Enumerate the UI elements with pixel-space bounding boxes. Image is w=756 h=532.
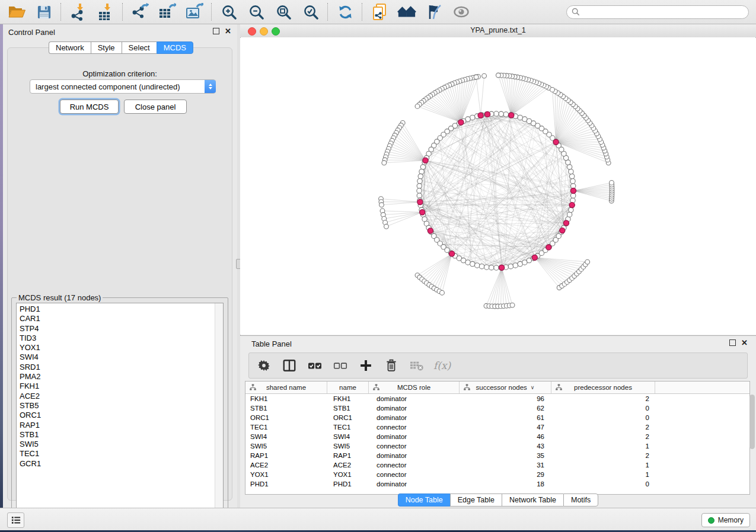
table-row[interactable]: YOX1YOX1connector291 bbox=[245, 470, 749, 479]
tab-style[interactable]: Style bbox=[91, 41, 122, 54]
table-row[interactable]: SWI5SWI5connector431 bbox=[245, 441, 749, 451]
mcds-result-item[interactable]: FKH1 bbox=[20, 382, 223, 391]
mcds-result-item[interactable]: ACE2 bbox=[20, 392, 223, 401]
optimization-criterion-select[interactable]: largest connected component (undirected) bbox=[30, 79, 216, 94]
refresh-button[interactable] bbox=[336, 2, 355, 21]
hide-annotations-button[interactable] bbox=[425, 2, 444, 21]
export-network-icon bbox=[131, 3, 149, 21]
column-header-successor_nodes[interactable]: successor nodes∨ bbox=[460, 382, 551, 393]
column-label: name bbox=[339, 384, 356, 391]
import-table-button[interactable] bbox=[96, 2, 115, 21]
mcds-result-item[interactable]: SWI5 bbox=[20, 440, 223, 449]
save-session-button[interactable] bbox=[34, 2, 53, 21]
close-panel-icon[interactable]: ✕ bbox=[741, 339, 748, 346]
table-row[interactable]: PHD1PHD1dominator180 bbox=[245, 479, 749, 489]
open-session-icon bbox=[8, 4, 26, 20]
open-session-button[interactable] bbox=[7, 2, 26, 21]
mcds-result-item[interactable]: STB1 bbox=[20, 430, 223, 440]
mcds-result-item[interactable]: SRD1 bbox=[20, 363, 223, 372]
float-panel-icon[interactable] bbox=[213, 28, 219, 34]
close-panel-icon[interactable]: ✕ bbox=[225, 28, 231, 34]
mcds-result-item[interactable]: GCR1 bbox=[20, 459, 223, 469]
table-row[interactable]: RAP1RAP1dominator352 bbox=[245, 451, 749, 460]
delete-button[interactable] bbox=[384, 358, 399, 373]
table-row[interactable]: SWI4SWI4dominator462 bbox=[245, 432, 749, 441]
table-panel-title: Table Panel bbox=[251, 339, 292, 348]
table-scrollbar-thumb[interactable] bbox=[749, 395, 755, 449]
run-mcds-button[interactable]: Run MCDS bbox=[60, 100, 119, 114]
node-table[interactable]: shared namenameMCDS rolesuccessor nodes∨… bbox=[245, 381, 750, 495]
select-all-icon bbox=[307, 359, 323, 372]
tab-motifs[interactable]: Motifs bbox=[563, 493, 598, 507]
column-label: shared name bbox=[266, 384, 306, 391]
network-from-file-button[interactable] bbox=[370, 2, 389, 21]
gear-button[interactable] bbox=[256, 358, 272, 373]
columns-button[interactable] bbox=[282, 358, 297, 373]
memory-button[interactable]: Memory bbox=[701, 513, 750, 527]
add-button[interactable] bbox=[358, 358, 374, 373]
home-button[interactable] bbox=[397, 2, 416, 21]
mcds-result-list[interactable]: PHD1CAR1STP4TID3YOX1SWI4SRD1PMA2FKH1ACE2… bbox=[16, 303, 224, 512]
table-delete-button[interactable] bbox=[409, 358, 425, 373]
control-panel: Control Panel ✕ NetworkStyleSelectMCDS O… bbox=[3, 24, 238, 508]
table-row[interactable]: ACE2ACE2connector311 bbox=[245, 460, 749, 470]
mcds-result-item[interactable]: STP4 bbox=[20, 324, 223, 334]
import-network-icon bbox=[70, 3, 87, 21]
export-table-button[interactable] bbox=[158, 2, 177, 21]
tab-edge-table[interactable]: Edge Table bbox=[450, 493, 502, 507]
column-header-predecessor_nodes[interactable]: predecessor nodes bbox=[551, 382, 655, 393]
network-window-titlebar[interactable]: YPA_prune.txt_1 bbox=[240, 24, 756, 38]
table-row[interactable]: ORC1ORC1dominator610 bbox=[245, 413, 749, 422]
column-label: successor nodes bbox=[476, 384, 527, 391]
tab-node-table[interactable]: Node Table bbox=[398, 493, 450, 507]
select-all-button[interactable] bbox=[307, 358, 323, 373]
mcds-result-item[interactable]: ORC1 bbox=[20, 411, 223, 420]
mcds-result-item[interactable]: YOX1 bbox=[20, 343, 223, 352]
close-panel-button[interactable]: Close panel bbox=[124, 100, 187, 114]
tab-mcds[interactable]: MCDS bbox=[157, 41, 193, 54]
table-row[interactable]: TEC1TEC1connector472 bbox=[245, 422, 749, 432]
float-panel-icon[interactable] bbox=[729, 339, 736, 346]
mcds-result-item[interactable]: TID3 bbox=[20, 334, 223, 343]
zoom-out-button[interactable] bbox=[247, 2, 266, 21]
export-image-button[interactable] bbox=[185, 2, 204, 21]
mcds-result-item[interactable]: PHD1 bbox=[20, 305, 223, 314]
deselect-all-button[interactable] bbox=[333, 358, 348, 373]
tab-network-table[interactable]: Network Table bbox=[502, 493, 563, 507]
table-panel: Table Panel ✕ f(x) shared namenameMCDS r… bbox=[240, 335, 756, 508]
cell-successor_nodes: 47 bbox=[460, 424, 551, 431]
mcds-result-item[interactable]: CAR1 bbox=[20, 314, 223, 323]
tab-select[interactable]: Select bbox=[122, 41, 157, 54]
column-header-name[interactable]: name bbox=[327, 382, 369, 393]
import-network-button[interactable] bbox=[69, 2, 88, 21]
table-row[interactable]: FKH1FKH1dominator962 bbox=[245, 394, 749, 403]
cell-predecessor_nodes: 1 bbox=[551, 462, 655, 469]
sort-chevron-icon[interactable]: ∨ bbox=[531, 384, 535, 390]
zoom-in-button[interactable] bbox=[219, 2, 238, 21]
mcds-result-item[interactable]: PMA2 bbox=[20, 372, 223, 382]
zoom-fit-button[interactable] bbox=[274, 2, 293, 21]
cell-name: RAP1 bbox=[327, 452, 369, 459]
mcds-result-item[interactable]: TEC1 bbox=[20, 449, 223, 459]
toolbar-group bbox=[123, 2, 211, 21]
search-box[interactable] bbox=[566, 5, 749, 19]
mcds-result-item[interactable]: STB5 bbox=[20, 401, 223, 411]
mcds-result-item[interactable]: SWI4 bbox=[20, 352, 223, 362]
list-icon bbox=[11, 515, 21, 525]
column-header-mcds_role[interactable]: MCDS role bbox=[369, 382, 460, 393]
mcds-list-scrollbar[interactable] bbox=[215, 303, 223, 511]
mcds-result-item[interactable]: RAP1 bbox=[20, 421, 223, 430]
show-graphics-button[interactable] bbox=[452, 2, 471, 21]
tab-network[interactable]: Network bbox=[49, 41, 91, 54]
column-header-shared_name[interactable]: shared name bbox=[245, 382, 327, 393]
cell-predecessor_nodes: 2 bbox=[551, 433, 655, 440]
search-input[interactable] bbox=[583, 7, 744, 17]
table-scrollbar[interactable] bbox=[749, 393, 755, 493]
network-canvas[interactable] bbox=[241, 37, 755, 335]
task-history-button[interactable] bbox=[7, 512, 24, 528]
zoom-selected-button[interactable] bbox=[301, 2, 320, 21]
function-button[interactable]: f(x) bbox=[435, 358, 450, 373]
table-row[interactable]: STB1STB1dominator620 bbox=[245, 403, 749, 413]
export-network-button[interactable] bbox=[130, 2, 149, 21]
network-from-file-icon bbox=[372, 3, 387, 21]
